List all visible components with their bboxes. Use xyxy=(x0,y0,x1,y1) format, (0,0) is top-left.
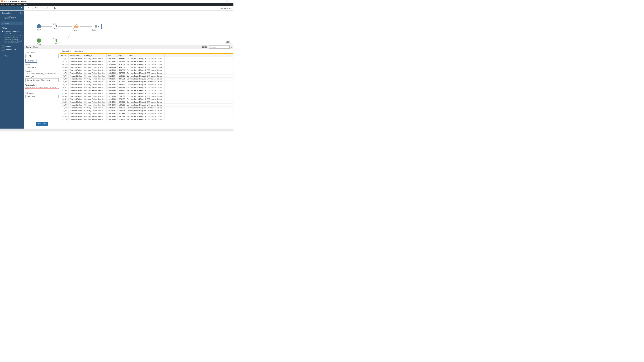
flow-step-join1[interactable]: ▦ Join 1 xyxy=(72,23,80,31)
column-header[interactable]: Country_E xyxy=(84,54,106,57)
location-label: Location xyxy=(26,70,58,72)
table-t1[interactable]: T1 xyxy=(0,51,24,54)
save-output-select[interactable]: File xyxy=(26,54,58,58)
table-row[interactable]: 494,737Thousand DollarsGermany, Federal … xyxy=(60,60,234,63)
menu-help[interactable]: Help xyxy=(24,3,27,5)
menu-edit[interactable]: Edit xyxy=(6,3,9,5)
table-row[interactable]: 507,031Thousand DollarsGermany, Federal … xyxy=(60,109,234,112)
detail-search[interactable]: ⌕ Search xyxy=(209,45,230,48)
zoom-indicator[interactable]: 100% xyxy=(225,41,232,43)
play-icon xyxy=(98,25,99,27)
output-icon xyxy=(95,25,97,27)
menu-file[interactable]: File xyxy=(1,3,4,5)
menu-flow[interactable]: Flow xyxy=(11,3,14,5)
table-row[interactable]: 534,245Thousand DollarsGermany, Federal … xyxy=(60,63,234,66)
pivot-icon xyxy=(51,39,61,42)
table-row[interactable]: 530,626Thousand DollarsGermany, Federal … xyxy=(60,98,234,101)
output-label: Output xyxy=(92,29,97,31)
full-refresh-label: Full refresh xyxy=(26,92,58,94)
column-header[interactable]: Denomination xyxy=(68,54,84,57)
menubar: File Edit Flow Server Help xyxy=(0,3,234,6)
name-input[interactable] xyxy=(26,66,58,69)
grid-icon: ▦ xyxy=(53,37,54,39)
browse-button[interactable]: Browse xyxy=(26,59,37,63)
table-row[interactable]: 461,750Thousand DollarsGermany, Federal … xyxy=(60,72,234,75)
join-icon xyxy=(74,25,79,29)
column-header[interactable]: Country xyxy=(126,54,164,57)
preview-panel: Save to Output_filtered.csv ExportDenomi… xyxy=(60,49,234,129)
table-t2[interactable]: T2 xyxy=(0,54,24,58)
run-flow-button[interactable]: Run Flow xyxy=(36,122,48,126)
full-refresh-select[interactable]: Create table xyxy=(26,95,58,98)
alerts-indicator[interactable]: Alerts (0) ⚠ xyxy=(221,7,232,9)
preview-table-wrap[interactable]: ExportDenominationCountry_EDateImportCou… xyxy=(60,54,234,129)
write-options-header: Write Options xyxy=(26,84,58,86)
window-title: Tableau Prep Builder - Flow1* xyxy=(3,0,27,2)
detail-title: Output xyxy=(26,46,31,48)
table-row[interactable]: 447,630Thousand DollarsGermany, Federal … xyxy=(60,106,234,109)
table-row[interactable]: 523,684Thousand DollarsGermany, Federal … xyxy=(60,101,234,104)
flow-canvas[interactable]: Import Export ▦▽⌇⋯ Pivot 1 ▦▽⌇⋯ Pivot 3 … xyxy=(24,11,234,45)
table-row[interactable]: 536,881Thousand DollarsGermany, Federal … xyxy=(60,95,234,98)
run-icon[interactable] xyxy=(54,7,56,9)
filter-icon: ▽ xyxy=(55,37,56,39)
list-view-icon[interactable]: ☰ xyxy=(204,45,207,48)
connection-item[interactable]: outputFile.xlsx Microsoft Excel xyxy=(0,15,24,20)
refresh-icon[interactable] xyxy=(46,7,48,9)
file-icon xyxy=(2,16,3,18)
view-toggle[interactable]: ▦ ☰ xyxy=(202,45,207,48)
filter-icon: ▽ xyxy=(55,23,56,25)
flow-node-export[interactable]: Export xyxy=(34,38,44,45)
output-settings-panel: Save output to File Browse Name Location… xyxy=(24,49,60,129)
flow-step-pivot3[interactable]: ▦▽⌇⋯ Pivot 3 xyxy=(51,37,61,44)
table-row[interactable]: 442,109Thousand DollarsGermany, Federal … xyxy=(60,118,234,121)
table-row[interactable]: 427,555Thousand DollarsGermany, Federal … xyxy=(60,112,234,115)
data-interpreter-checkbox[interactable]: Cleaned with Data Interpre... xyxy=(0,30,24,35)
minimize-icon[interactable]: — xyxy=(221,0,223,2)
table-row[interactable]: 513,805Thousand DollarsGermany, Federal … xyxy=(60,66,234,69)
table-row[interactable]: 453,793Thousand DollarsGermany, Federal … xyxy=(60,75,234,77)
back-icon[interactable] xyxy=(27,7,29,9)
table-row[interactable]: 426,009Thousand DollarsGermany, Federal … xyxy=(60,69,234,72)
output-type-select[interactable]: Comma Separated Values (.csv) xyxy=(26,78,58,82)
add-connection-icon[interactable] xyxy=(40,7,43,9)
chevron-left-icon xyxy=(20,7,22,9)
forward-icon[interactable] xyxy=(31,7,33,9)
toolbar: ▾ ▾ Alerts (0) ⚠ xyxy=(0,6,234,11)
sidebar-search[interactable]: ⌕ Search xyxy=(1,21,23,25)
add-connection-button[interactable]: + xyxy=(20,12,22,14)
table-row[interactable]: 391,287Thousand DollarsGermany, Federal … xyxy=(60,57,234,60)
table-content[interactable]: Content xyxy=(0,45,24,48)
pivot-icon xyxy=(51,25,61,27)
grid-view-icon[interactable]: ▦ xyxy=(202,45,204,48)
interpreter-label: Cleaned with Data Interpre... xyxy=(4,30,22,34)
table-row[interactable]: 437,931Thousand DollarsGermany, Federal … xyxy=(60,92,234,95)
collapse-sidebar-button[interactable] xyxy=(0,6,24,10)
save-icon[interactable] xyxy=(35,7,37,9)
svg-rect-1 xyxy=(36,7,36,8)
column-header[interactable]: Date xyxy=(106,54,118,57)
table-row[interactable]: 449,193Thousand DollarsGermany, Federal … xyxy=(60,83,234,86)
flow-step-pivot1[interactable]: ▦▽⌇⋯ Pivot 1 xyxy=(51,23,61,30)
search-icon: ⌕ xyxy=(2,22,4,24)
column-header[interactable]: Import xyxy=(118,54,126,57)
menu-server[interactable]: Server xyxy=(16,3,22,5)
close-icon[interactable]: ✕ xyxy=(230,0,232,2)
table-content-range[interactable]: Content C7:E8 xyxy=(0,48,24,51)
flow-step-output[interactable] xyxy=(92,24,102,29)
table-row[interactable]: 461,693Thousand DollarsGermany, Federal … xyxy=(60,104,234,106)
table-row[interactable]: 544,866Thousand DollarsGermany, Federal … xyxy=(60,115,234,118)
table-row[interactable]: 453,092Thousand DollarsGermany, Federal … xyxy=(60,77,234,80)
table-row[interactable]: 416,376Thousand DollarsGermany, Federal … xyxy=(60,86,234,89)
maximize-icon[interactable]: ▭ xyxy=(226,0,228,2)
flow-node-import[interactable]: Import xyxy=(34,24,44,31)
chevron-down-icon[interactable]: ⌄ xyxy=(231,46,232,48)
location-value: C:\...\Kai\Mods\ISSS608_VA\VizMakeOver2 xyxy=(26,72,58,75)
connection-type: Microsoft Excel xyxy=(4,18,22,20)
table-row[interactable]: 521,651Thousand DollarsGermany, Federal … xyxy=(60,89,234,92)
link-icon: ⌇ xyxy=(56,23,57,25)
table-row[interactable]: 455,288Thousand DollarsGermany, Federal … xyxy=(60,80,234,83)
app-logo-icon xyxy=(1,0,2,2)
search-placeholder: Search xyxy=(4,22,9,24)
column-header[interactable]: Export xyxy=(60,54,68,57)
